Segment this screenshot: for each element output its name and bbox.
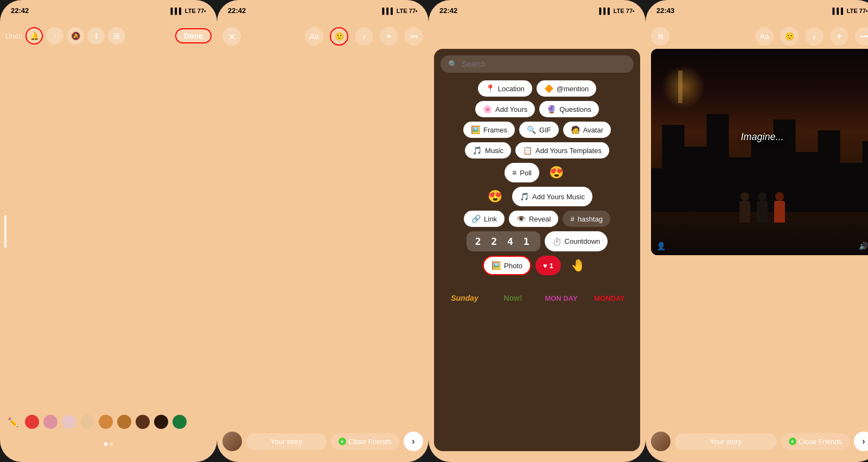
location-sticker[interactable]: 📍 Location xyxy=(478,80,532,97)
text-tool-button[interactable]: Aa xyxy=(305,27,323,46)
status-time-4: 22:43 xyxy=(656,7,674,15)
music-tool-button[interactable]: ♪ xyxy=(355,27,373,46)
timer-value: 2 2 4 1 xyxy=(475,236,532,247)
drawing-background xyxy=(0,0,217,462)
smiling-emoji-2[interactable]: 😍 xyxy=(482,187,508,206)
music-sticker[interactable]: 🎵 Music xyxy=(465,142,511,159)
figure-2 xyxy=(757,192,768,223)
sticker-panel: 🔍 📍 Location 🔶 @mention 🌸 Add Yours 🔮 Qu… xyxy=(434,49,640,451)
effects-tool-button[interactable]: ✦ xyxy=(380,27,398,46)
your-story-button[interactable]: Your story xyxy=(246,433,327,450)
smiling-hearts-emoji[interactable]: 😍 xyxy=(544,163,570,182)
panel-drawing: 22:42 ▌▌▌ LTE 77▪ Undo 🔔 ↑ 🔕 ℹ ⊞ Done ✏️ xyxy=(0,0,217,462)
color-peach[interactable] xyxy=(80,415,94,429)
notification-icon-btn[interactable]: 🔔 xyxy=(25,27,43,45)
add-yours-music-sticker[interactable]: 🎵 Add Yours Music xyxy=(512,187,592,206)
avatar-sticker[interactable]: 🧑 Avatar xyxy=(563,122,611,138)
poll-sticker[interactable]: ≡ Poll xyxy=(505,163,539,182)
location-icon: 📍 xyxy=(486,84,495,93)
sticker-tool-button[interactable]: 🙂 xyxy=(330,27,348,46)
figure-1-head xyxy=(741,192,749,201)
sticker-monday-grunge[interactable]: MON DAY xyxy=(544,281,579,315)
color-orange[interactable] xyxy=(99,415,113,429)
mention-sticker[interactable]: 🔶 @mention xyxy=(537,80,596,97)
countdown-label: Countdown xyxy=(565,237,601,245)
page-dots xyxy=(104,442,113,446)
finished-user-avatar xyxy=(651,432,671,451)
close-button[interactable]: ✕ xyxy=(222,27,241,46)
figure-3-body xyxy=(774,201,785,223)
sticker-row-4: 🎵 Music 📋 Add Yours Templates xyxy=(441,142,634,159)
poll-label: Poll xyxy=(520,169,532,177)
questions-sticker[interactable]: 🔮 Questions xyxy=(539,101,599,117)
sticker-sunday[interactable]: Sunday xyxy=(448,281,482,315)
color-pink[interactable] xyxy=(43,415,58,429)
reveal-sticker[interactable]: 👁️ Reveal xyxy=(509,211,558,227)
like-sticker[interactable]: ♥ 1 xyxy=(535,256,561,275)
dot-2 xyxy=(110,442,113,446)
color-green[interactable] xyxy=(173,415,187,429)
avatar-image xyxy=(222,432,242,451)
add-yours-templates-sticker[interactable]: 📋 Add Yours Templates xyxy=(515,142,609,159)
outline-notif-icon-btn[interactable]: 🔕 xyxy=(67,27,84,45)
done-button[interactable]: Done xyxy=(175,28,212,43)
more-options-button[interactable]: ••• xyxy=(405,27,423,46)
close-friends-button[interactable]: ★ Close Friends xyxy=(331,433,399,450)
status-time-2: 22:42 xyxy=(228,7,246,15)
finished-sticker-tool[interactable]: 🙂 xyxy=(780,27,799,46)
outline-notification-icon: 🔕 xyxy=(71,31,80,40)
text-icon: Aa xyxy=(309,32,318,41)
hashtag-sticker[interactable]: # hashtag xyxy=(563,211,610,227)
poll-icon: ≡ xyxy=(512,168,516,177)
sticker-row-8: 2 2 4 1 ⏱️ Countdown xyxy=(441,231,634,251)
finished-share-forward-button[interactable]: › xyxy=(854,432,868,451)
add-yours-label: Add Yours xyxy=(495,105,527,113)
finished-effects-tool[interactable]: ✦ xyxy=(830,27,848,46)
countdown-sticker[interactable]: ⏱️ Countdown xyxy=(545,231,608,251)
frames-sticker[interactable]: 🖼️ Frames xyxy=(463,122,515,138)
finished-your-story-button[interactable]: Your story xyxy=(675,433,777,450)
link-sticker[interactable]: 🔗 Link xyxy=(464,211,505,227)
photo-sticker[interactable]: 🖼️ Photo xyxy=(483,256,531,275)
status-time-1: 22:42 xyxy=(11,7,29,15)
gif-sticker[interactable]: 🔍 GIF xyxy=(519,122,559,138)
figure-2-head xyxy=(758,192,767,201)
color-tan[interactable] xyxy=(117,415,131,429)
sticker-search-input[interactable] xyxy=(462,60,626,68)
layers-icon: ⊞ xyxy=(113,31,120,40)
like-count: 1 xyxy=(550,262,553,270)
arrow-right-icon: › xyxy=(412,436,414,446)
finished-text-tool[interactable]: Aa xyxy=(755,27,774,46)
link-label: Link xyxy=(484,215,497,223)
color-dark-brown[interactable] xyxy=(154,415,168,429)
finished-more-button[interactable]: ••• xyxy=(855,27,868,46)
upload-icon-btn[interactable]: ↑ xyxy=(46,27,63,45)
sticker-search-bar[interactable]: 🔍 xyxy=(441,55,634,73)
mention-label: @mention xyxy=(557,85,589,93)
share-forward-button[interactable]: › xyxy=(404,432,423,451)
search-icon: 🔍 xyxy=(448,60,457,68)
layers-icon-btn[interactable]: ⊞ xyxy=(108,27,125,45)
finished-close-button[interactable]: ✕ xyxy=(651,27,669,46)
brush-icon[interactable]: ✏️ xyxy=(5,414,21,429)
add-yours-sticker[interactable]: 🌸 Add Yours xyxy=(475,101,535,117)
finished-close-friends-button[interactable]: ★ Close Friends xyxy=(781,433,850,450)
finished-music-tool[interactable]: ♪ xyxy=(805,27,824,46)
color-red[interactable] xyxy=(25,415,39,429)
avatar-icon: 🧑 xyxy=(571,125,580,134)
finished-close-friends-label: Close Friends xyxy=(799,438,842,446)
add-yours-templates-icon: 📋 xyxy=(523,146,532,155)
panel-sticker-picker: 22:42 ▌▌▌ LTE 77▪ 🔍 📍 Location 🔶 @mentio… xyxy=(429,0,646,462)
info-icon-btn[interactable]: ℹ xyxy=(87,27,105,45)
finished-editor-toolbar: ✕ Aa 🙂 ♪ ✦ ••• xyxy=(651,27,868,46)
color-brown[interactable] xyxy=(136,415,150,429)
finished-text-icon: Aa xyxy=(760,32,769,41)
hand-wave-emoji[interactable]: 🤚 xyxy=(565,256,591,275)
sticker-monday-red[interactable]: MONDAY xyxy=(592,281,627,315)
finished-ellipsis-icon: ••• xyxy=(860,32,868,41)
timer-display[interactable]: 2 2 4 1 xyxy=(467,231,540,251)
status-icons-2: ▌▌▌ LTE 77▪ xyxy=(382,8,418,14)
color-light-pink[interactable] xyxy=(62,415,76,429)
sticker-now[interactable]: Now! xyxy=(496,281,531,315)
undo-button[interactable]: Undo xyxy=(5,32,22,40)
